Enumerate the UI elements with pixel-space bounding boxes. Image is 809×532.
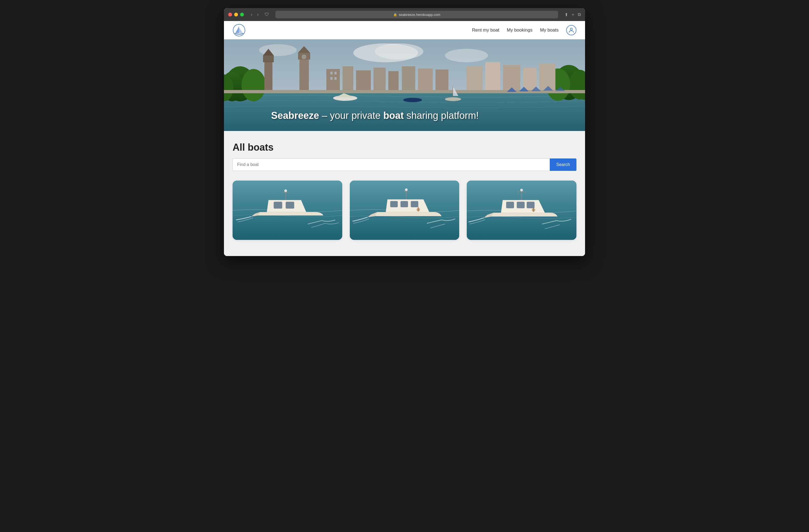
svg-rect-56 (411, 201, 418, 207)
tabs-icon[interactable]: ⧉ (578, 12, 581, 17)
boat-card[interactable] (350, 181, 460, 240)
svg-rect-55 (400, 201, 408, 207)
boat-image (467, 181, 576, 240)
svg-text:Seabreeze
           – your pr: Seabreeze – your private boat sharing pl… (271, 110, 479, 121)
boat-card[interactable] (233, 181, 342, 240)
boat-illustration (233, 181, 342, 240)
close-button[interactable] (228, 13, 232, 16)
boat-illustration (350, 181, 460, 240)
svg-rect-63 (506, 202, 514, 208)
hero-image: Seabreeze – your private boat sharing pl… (224, 39, 585, 131)
traffic-lights (228, 13, 244, 16)
rent-my-boat-link[interactable]: Rent my boat (472, 28, 499, 33)
boat-illustration (467, 181, 576, 240)
boat-image (350, 181, 460, 240)
content-section: All boats Search (224, 131, 585, 256)
section-title: All boats (233, 142, 576, 153)
shield-icon: 🛡 (265, 12, 269, 17)
search-bar: Search (233, 158, 576, 171)
browser-nav: ‹ › (249, 11, 260, 18)
boats-grid (233, 181, 576, 240)
svg-point-59 (405, 188, 408, 191)
lock-icon: 🔒 (393, 13, 397, 16)
svg-point-70 (520, 189, 523, 191)
my-bookings-link[interactable]: My bookings (507, 28, 533, 33)
svg-point-1 (570, 28, 572, 30)
page-wrapper: Rent my boat My bookings My boats (224, 21, 585, 256)
address-bar[interactable]: 🔒 seabreeze.herokuapp.com (275, 11, 558, 18)
search-input[interactable] (233, 158, 550, 171)
hero-section: Seabreeze – your private boat sharing pl… (224, 39, 585, 131)
svg-rect-54 (390, 201, 398, 207)
forward-button[interactable]: › (256, 11, 260, 18)
browser-actions: ⬆ ＋ ⧉ (565, 12, 581, 18)
my-boats-link[interactable]: My boats (540, 28, 558, 33)
svg-rect-48 (274, 202, 282, 208)
back-button[interactable]: ‹ (249, 11, 254, 18)
user-avatar[interactable] (566, 25, 576, 35)
navbar-logo[interactable] (233, 24, 245, 37)
share-icon[interactable]: ⬆ (565, 12, 568, 17)
svg-rect-49 (286, 202, 294, 208)
maximize-button[interactable] (240, 13, 244, 16)
search-button[interactable]: Search (550, 158, 576, 171)
logo-icon (233, 24, 245, 37)
boat-image (233, 181, 342, 240)
browser-titlebar: ‹ › 🛡 🔒 seabreeze.herokuapp.com ⬆ ＋ ⧉ (224, 8, 585, 21)
svg-rect-65 (527, 202, 535, 208)
svg-rect-64 (517, 202, 525, 208)
navbar-links: Rent my boat My bookings My boats (472, 25, 576, 35)
boat-card[interactable] (467, 181, 576, 240)
new-tab-icon[interactable]: ＋ (571, 12, 575, 18)
browser-window: ‹ › 🛡 🔒 seabreeze.herokuapp.com ⬆ ＋ ⧉ (224, 8, 585, 256)
minimize-button[interactable] (234, 13, 238, 16)
svg-point-52 (284, 189, 287, 192)
navbar: Rent my boat My bookings My boats (224, 21, 585, 39)
url-text: seabreeze.herokuapp.com (399, 13, 440, 17)
